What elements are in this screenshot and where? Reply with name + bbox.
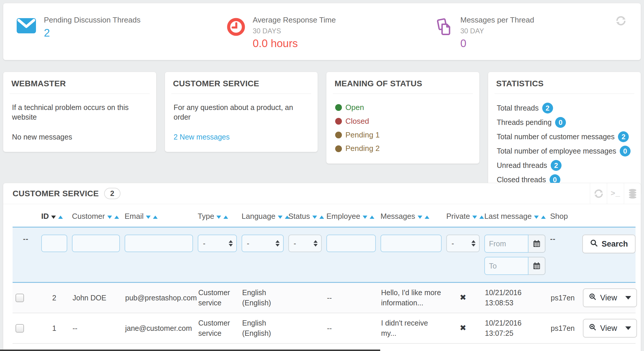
sort-asc-icon[interactable] bbox=[370, 216, 374, 219]
cell-customer: -- bbox=[70, 313, 122, 343]
view-label: View bbox=[600, 324, 617, 333]
kpi-label: Pending Discussion Threads bbox=[44, 16, 140, 25]
kpi-label: Average Response Time bbox=[253, 16, 336, 25]
row-checkbox[interactable] bbox=[16, 294, 24, 302]
col-messages: Messages bbox=[380, 212, 415, 221]
filter-status-select[interactable]: - bbox=[288, 235, 322, 252]
col-private: Private bbox=[446, 212, 470, 221]
stat-badge: 2 bbox=[542, 103, 553, 113]
filter-private-select[interactable]: - bbox=[446, 235, 480, 252]
select-spinner-icon bbox=[314, 240, 318, 247]
customer-service-description: For any question about a product, an ord… bbox=[174, 103, 309, 122]
stat-total-threads: Total threads 2 bbox=[497, 103, 632, 113]
stat-badge: 0 bbox=[555, 117, 566, 128]
cell-language: English (English) bbox=[239, 283, 286, 313]
col-actions bbox=[580, 204, 636, 227]
table-title: CUSTOMER SERVICE bbox=[13, 189, 99, 198]
sort-desc-icon[interactable] bbox=[51, 216, 56, 219]
kpi-pending-threads: Pending Discussion Threads 2 bbox=[16, 16, 140, 39]
sort-desc-icon[interactable] bbox=[418, 216, 422, 219]
kpi-avg-response-time: Average Response Time 30 DAYS 0.0 hours bbox=[227, 16, 336, 50]
new-messages-link[interactable]: 2 New messages bbox=[174, 132, 309, 142]
col-employee: Employee bbox=[326, 212, 360, 221]
cell-language: English (English) bbox=[239, 313, 286, 343]
cell-last-message: 10/21/2016 13:08:53 bbox=[482, 283, 548, 313]
view-button[interactable]: View bbox=[583, 288, 637, 307]
sort-asc-icon[interactable] bbox=[319, 216, 324, 219]
cell-customer: John DOE bbox=[70, 283, 122, 313]
stat-label: Threads pending bbox=[497, 118, 552, 127]
view-button[interactable]: View bbox=[583, 319, 637, 338]
stat-badge: 2 bbox=[618, 131, 629, 142]
refresh-icon[interactable] bbox=[590, 183, 607, 204]
sort-asc-icon[interactable] bbox=[223, 216, 228, 219]
zoom-in-icon bbox=[589, 293, 597, 303]
calendar-icon[interactable] bbox=[528, 235, 545, 253]
sort-asc-icon[interactable] bbox=[58, 216, 63, 219]
table-row: 1 -- jane@customer.com Customer service … bbox=[13, 313, 636, 343]
filter-date-from-input[interactable] bbox=[484, 235, 528, 253]
caret-down-icon[interactable] bbox=[625, 326, 631, 330]
select-value: - bbox=[247, 239, 249, 248]
table-count-badge: 2 bbox=[104, 188, 120, 199]
sort-asc-icon[interactable] bbox=[153, 216, 158, 219]
status-label: Pending 2 bbox=[345, 144, 380, 154]
terminal-icon[interactable]: >_ bbox=[607, 183, 624, 204]
filter-language-select[interactable]: - bbox=[242, 235, 284, 252]
stat-label: Total number of employee messages bbox=[497, 146, 617, 156]
sort-desc-icon[interactable] bbox=[216, 216, 221, 219]
refresh-icon[interactable] bbox=[615, 15, 627, 28]
filter-customer-input[interactable] bbox=[72, 235, 120, 252]
stat-customer-messages: Total number of customer messages 2 bbox=[497, 131, 632, 142]
kpi-panel: Pending Discussion Threads 2 Average Res… bbox=[3, 3, 641, 60]
filter-messages-input[interactable] bbox=[380, 235, 442, 252]
sort-asc-icon[interactable] bbox=[541, 216, 546, 219]
sort-asc-icon[interactable] bbox=[114, 216, 119, 219]
search-button[interactable]: Search bbox=[582, 235, 636, 253]
sort-desc-icon[interactable] bbox=[534, 216, 539, 219]
bottom-edge-bar bbox=[0, 350, 380, 351]
sort-desc-icon[interactable] bbox=[107, 216, 112, 219]
status-closed: Closed bbox=[335, 116, 471, 126]
sort-desc-icon[interactable] bbox=[146, 216, 151, 219]
filter-employee-input[interactable] bbox=[326, 235, 376, 252]
sort-asc-icon[interactable] bbox=[479, 216, 484, 219]
filter-date-to-input[interactable] bbox=[484, 257, 528, 275]
sort-desc-icon[interactable] bbox=[363, 216, 367, 219]
filter-none: -- bbox=[550, 235, 556, 243]
filter-email-input[interactable] bbox=[125, 235, 193, 252]
stat-threads-pending: Threads pending 0 bbox=[497, 117, 632, 128]
cell-employee: -- bbox=[324, 313, 378, 343]
sort-desc-icon[interactable] bbox=[312, 216, 317, 219]
status-label: Pending 1 bbox=[345, 130, 380, 140]
database-icon[interactable] bbox=[624, 183, 641, 204]
stat-unread-threads: Unread threads 2 bbox=[497, 160, 632, 171]
select-value: - bbox=[452, 239, 454, 248]
filter-type-select[interactable]: - bbox=[198, 235, 237, 252]
cell-type: Customer service bbox=[195, 313, 239, 343]
x-mark-icon: ✖ bbox=[447, 292, 479, 303]
select-spinner-icon bbox=[471, 240, 476, 247]
cell-id: 1 bbox=[39, 313, 70, 343]
col-status: Status bbox=[288, 212, 310, 221]
select-value: - bbox=[203, 239, 205, 248]
sort-desc-icon[interactable] bbox=[278, 216, 283, 219]
cell-messages: I didn't receive my... bbox=[378, 313, 444, 343]
col-last-message: Last message bbox=[484, 212, 532, 221]
stat-label: Total threads bbox=[497, 103, 539, 113]
row-checkbox[interactable] bbox=[16, 324, 24, 333]
caret-down-icon[interactable] bbox=[625, 296, 631, 300]
cell-type: Customer service bbox=[195, 283, 239, 313]
calendar-icon[interactable] bbox=[528, 257, 545, 275]
filter-id-input[interactable] bbox=[41, 235, 67, 252]
x-mark-icon: ✖ bbox=[447, 323, 479, 334]
kpi-value: 0 bbox=[460, 37, 534, 50]
customer-service-panel: CUSTOMER SERVICE For any question about … bbox=[165, 72, 318, 152]
stat-label: Total number of customer messages bbox=[497, 132, 615, 142]
sort-asc-icon[interactable] bbox=[425, 216, 429, 219]
cell-last-message: 10/21/2016 13:07:25 bbox=[482, 313, 548, 343]
sort-desc-icon[interactable] bbox=[472, 216, 477, 219]
col-customer: Customer bbox=[72, 212, 105, 221]
select-spinner-icon bbox=[275, 240, 280, 247]
cell-employee: -- bbox=[324, 283, 378, 313]
